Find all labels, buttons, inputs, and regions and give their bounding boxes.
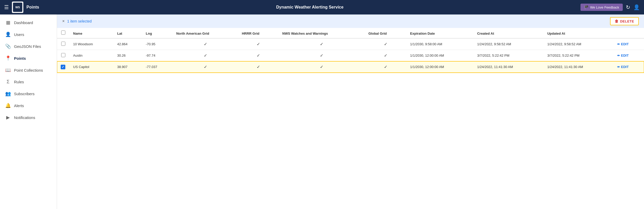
selection-info: × 1 item selected xyxy=(62,19,92,24)
edit-button-1[interactable]: ✏ EDIT xyxy=(617,54,629,57)
point-collections-icon: 📖 xyxy=(5,67,11,73)
cell-expiration-date: 1/1/2030, 12:00:00 AM xyxy=(407,50,474,61)
global-grid-check-icon: ✓ xyxy=(384,53,387,58)
refresh-button[interactable]: ↻ xyxy=(626,4,630,10)
table-row: Austin30.26-97.74✓✓✓✓1/1/2030, 12:00:00 … xyxy=(57,50,644,61)
main-layout: ▦ Dashboard 👤 Users 📎 GeoJSON Files 📍 Po… xyxy=(0,14,644,209)
cell-na-grid: ✓ xyxy=(173,50,238,61)
selected-count-text: 1 item selected xyxy=(67,19,92,23)
sidebar-label-alerts: Alerts xyxy=(14,103,24,108)
page-title: Points xyxy=(26,5,39,10)
menu-icon[interactable]: ☰ xyxy=(4,4,9,10)
sidebar-item-rules[interactable]: Σ Rules xyxy=(0,76,57,88)
col-actions xyxy=(614,28,644,38)
rules-icon: Σ xyxy=(5,79,11,85)
cell-expiration-date: 1/1/2030, 12:00:00 AM xyxy=(407,61,474,73)
cell-hrrr-grid: ✓ xyxy=(238,38,279,50)
delete-icon: 🗑 xyxy=(615,19,619,23)
cell-created-at: 3/7/2022, 5:22:42 PM xyxy=(473,50,543,61)
sidebar-item-alerts[interactable]: 🔔 Alerts xyxy=(0,100,57,111)
alerts-icon: 🔔 xyxy=(5,103,11,108)
col-lat: Lat xyxy=(114,28,142,38)
user-menu-button[interactable]: 👤 xyxy=(633,4,640,10)
table-header-row: Name Lat Lng North American Grid HRRR Gr… xyxy=(57,28,644,38)
sidebar-item-point-collections[interactable]: 📖 Point Collections xyxy=(0,64,57,76)
cell-edit: ✏ EDIT xyxy=(614,50,644,61)
cell-updated-at: 3/7/2022, 5:22:42 PM xyxy=(544,50,614,61)
cell-global-grid: ✓ xyxy=(365,38,407,50)
sidebar-label-point-collections: Point Collections xyxy=(14,68,43,72)
app-title: Dynamic Weather Alerting Service xyxy=(42,5,577,10)
na-grid-check-icon: ✓ xyxy=(204,53,207,58)
feedback-flag-icon: 🏴 xyxy=(584,5,589,9)
row-checkbox-1[interactable] xyxy=(61,53,65,57)
points-table-container: Name Lat Lng North American Grid HRRR Gr… xyxy=(57,28,644,209)
hrrr-grid-check-icon: ✓ xyxy=(257,53,260,58)
deselect-button[interactable]: × xyxy=(62,19,65,24)
cell-nws: ✓ xyxy=(279,38,365,50)
global-grid-check-icon: ✓ xyxy=(384,65,387,69)
cell-global-grid: ✓ xyxy=(365,50,407,61)
app-logo: WS xyxy=(12,2,23,13)
edit-button-2[interactable]: ✏ EDIT xyxy=(617,65,629,69)
col-created-at: Created At xyxy=(473,28,543,38)
cell-name: US Capitol xyxy=(69,61,114,73)
row-checkbox-2[interactable] xyxy=(61,65,65,69)
cell-name: Austin xyxy=(69,50,114,61)
sidebar-label-users: Users xyxy=(14,32,24,37)
selection-bar: × 1 item selected 🗑 DELETE xyxy=(57,14,644,28)
sidebar-item-points[interactable]: 📍 Points xyxy=(0,52,57,64)
feedback-button[interactable]: 🏴 We Love Feedback xyxy=(580,4,623,11)
cell-edit: ✏ EDIT xyxy=(614,61,644,73)
cell-lng: -70.95 xyxy=(142,38,172,50)
cell-lat: 30.26 xyxy=(114,50,142,61)
nws-check-icon: ✓ xyxy=(320,42,323,46)
hrrr-grid-check-icon: ✓ xyxy=(257,42,260,46)
col-nws: NWS Watches and Warnings xyxy=(279,28,365,38)
sidebar-label-geojson: GeoJSON Files xyxy=(14,44,41,49)
col-checkbox[interactable] xyxy=(57,28,69,38)
row-checkbox-cell-1 xyxy=(57,50,69,61)
cell-lng: -97.74 xyxy=(142,50,172,61)
edit-icon: ✏ xyxy=(617,42,620,46)
subscribers-icon: 👥 xyxy=(5,91,11,96)
header-actions: 🏴 We Love Feedback ↻ 👤 xyxy=(580,4,640,11)
content-area: × 1 item selected 🗑 DELETE Name Lat xyxy=(57,14,644,209)
col-global-grid: Global Grid xyxy=(365,28,407,38)
delete-button[interactable]: 🗑 DELETE xyxy=(610,17,639,25)
row-checkbox-cell-2 xyxy=(57,61,69,73)
cell-lng: -77.037 xyxy=(142,61,172,73)
na-grid-check-icon: ✓ xyxy=(204,42,207,46)
edit-button-0[interactable]: ✏ EDIT xyxy=(617,42,629,46)
sidebar-label-subscribers: Subscribers xyxy=(14,92,34,96)
hrrr-grid-check-icon: ✓ xyxy=(257,65,260,69)
sidebar-item-users[interactable]: 👤 Users xyxy=(0,28,57,40)
cell-updated-at: 1/24/2022, 11:41:30 AM xyxy=(544,61,614,73)
edit-label: EDIT xyxy=(621,42,629,46)
select-all-checkbox[interactable] xyxy=(61,31,65,35)
na-grid-check-icon: ✓ xyxy=(204,65,207,69)
geojson-icon: 📎 xyxy=(5,43,11,49)
cell-hrrr-grid: ✓ xyxy=(238,50,279,61)
nws-check-icon: ✓ xyxy=(320,65,323,69)
sidebar-item-subscribers[interactable]: 👥 Subscribers xyxy=(0,88,57,100)
sidebar-item-dashboard[interactable]: ▦ Dashboard xyxy=(0,17,57,28)
col-hrrr-grid: HRRR Grid xyxy=(238,28,279,38)
sidebar-item-notifications[interactable]: ▶ Notifications xyxy=(0,111,57,123)
col-updated-at: Updated At xyxy=(544,28,614,38)
cell-global-grid: ✓ xyxy=(365,61,407,73)
row-checkbox-0[interactable] xyxy=(61,42,65,46)
table-row: 10 Woodsom42.864-70.95✓✓✓✓1/1/2030, 9:58… xyxy=(57,38,644,50)
sidebar-item-geojson[interactable]: 📎 GeoJSON Files xyxy=(0,40,57,52)
edit-label: EDIT xyxy=(621,54,629,57)
sidebar-label-rules: Rules xyxy=(14,80,24,84)
edit-icon: ✏ xyxy=(617,54,620,57)
edit-label: EDIT xyxy=(621,65,629,69)
cell-na-grid: ✓ xyxy=(173,61,238,73)
sidebar-label-points: Points xyxy=(14,56,26,61)
col-expiration-date: Expiration Date xyxy=(407,28,474,38)
notifications-icon: ▶ xyxy=(5,115,11,120)
feedback-label: We Love Feedback xyxy=(590,5,619,9)
dashboard-icon: ▦ xyxy=(5,20,11,25)
cell-created-at: 1/24/2022, 11:41:30 AM xyxy=(473,61,543,73)
